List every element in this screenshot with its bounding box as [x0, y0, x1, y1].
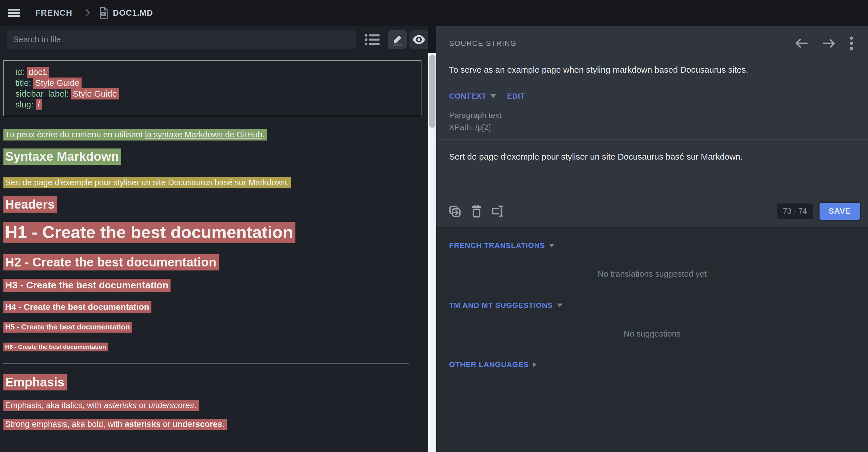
- document-content: id: doc1 title: Style Guide sidebar_labe…: [0, 53, 428, 430]
- strong-paragraph: Strong emphasis, aka bold, with asterisk…: [3, 418, 423, 430]
- translatable-string[interactable]: /: [36, 99, 42, 110]
- emphasis-paragraph: Emphasis, aka italics, with asterisks or…: [3, 399, 423, 411]
- card-divider: [436, 139, 868, 140]
- translation-input[interactable]: Sert de page d'exemple pour styliser un …: [449, 152, 855, 162]
- document-scrollbar[interactable]: [428, 53, 436, 452]
- frontmatter-line: title: Style Guide: [16, 77, 409, 88]
- heading-headers: Headers: [3, 197, 423, 212]
- breadcrumb-project[interactable]: FRENCH: [35, 8, 72, 18]
- search-row: [0, 26, 428, 53]
- frontmatter-line: slug: /: [16, 99, 409, 110]
- translatable-string[interactable]: Emphasis: [3, 374, 67, 390]
- markdown-file-icon: M↓: [99, 7, 108, 19]
- frontmatter-line: sidebar_label: Style Guide: [16, 88, 409, 99]
- translatable-string[interactable]: H3 - Create the best documentation: [3, 279, 170, 292]
- source-string-card: SOURCE STRING To: [436, 26, 868, 228]
- copy-source-icon[interactable]: [448, 205, 461, 218]
- heading-h5: H5 - Create the best documentation: [3, 323, 423, 331]
- heading-h1: H1 - Create the best documentation: [3, 222, 423, 242]
- heading-h2: H2 - Create the best documentation: [3, 255, 423, 269]
- heading-emphasis: Emphasis: [3, 375, 423, 389]
- kebab-menu-icon[interactable]: [850, 36, 853, 50]
- next-string-icon[interactable]: [823, 38, 836, 49]
- translatable-string[interactable]: Style Guide: [71, 88, 119, 99]
- edit-context-button[interactable]: EDIT: [507, 92, 525, 101]
- scrollbar-thumb[interactable]: [429, 55, 435, 128]
- insert-cursor-icon[interactable]: [492, 205, 505, 218]
- expand-triangle-icon: [533, 362, 536, 368]
- horizontal-rule: [3, 363, 409, 364]
- translations-empty-state: No translations suggested yet: [436, 269, 868, 279]
- topbar: FRENCH M↓ DOC1.MD: [0, 0, 868, 26]
- heading-h3: H3 - Create the best documentation: [3, 280, 423, 291]
- heading-h6: H6 - Create the best documentation: [3, 344, 423, 350]
- markdown-syntax-link[interactable]: la syntaxe Markdown de GitHub: [145, 130, 262, 139]
- context-type: Paragraph text: [449, 111, 855, 120]
- frontmatter-box: id: doc1 title: Style Guide sidebar_labe…: [3, 60, 422, 116]
- collapse-triangle-icon: [549, 244, 555, 247]
- translatable-string-selected[interactable]: Sert de page d'exemple pour styliser un …: [3, 177, 291, 188]
- context-toggle[interactable]: CONTEXT: [449, 92, 487, 101]
- translatable-string[interactable]: Emphasis, aka italics, with asterisks or…: [3, 400, 199, 411]
- translatable-string[interactable]: Strong emphasis, aka bold, with asterisk…: [3, 419, 227, 430]
- heading-h4: H4 - Create the best documentation: [3, 302, 423, 312]
- section-other-languages[interactable]: OTHER LANGUAGES: [436, 360, 868, 369]
- collapse-triangle-icon: [557, 303, 563, 307]
- selected-paragraph: Sert de page d'exemple pour styliser un …: [3, 177, 423, 188]
- translatable-string[interactable]: Syntaxe Markdown: [3, 149, 121, 165]
- prev-string-icon[interactable]: [795, 38, 808, 49]
- svg-text:M↓: M↓: [102, 12, 106, 16]
- char-count-badge: 73 · 74: [777, 203, 813, 219]
- string-list-view-button[interactable]: [363, 30, 382, 49]
- translation-toolbar: 73 · 74 SAVE: [436, 198, 868, 227]
- source-string-label: SOURCE STRING: [449, 39, 517, 48]
- heading-markdown-syntax: Syntaxe Markdown: [3, 149, 423, 164]
- save-button[interactable]: SAVE: [818, 201, 861, 221]
- translatable-string[interactable]: H5 - Create the best documentation: [3, 322, 132, 332]
- translatable-string[interactable]: H1 - Create the best documentation: [3, 222, 296, 243]
- breadcrumb-chevron-icon: [83, 9, 90, 16]
- document-panel: id: doc1 title: Style Guide sidebar_labe…: [0, 26, 428, 452]
- preview-mode-button[interactable]: [409, 30, 428, 49]
- hamburger-menu-icon[interactable]: [8, 9, 20, 17]
- breadcrumb-file[interactable]: DOC1.MD: [113, 8, 153, 18]
- collapse-triangle-icon: [491, 94, 496, 98]
- section-tm-mt-suggestions[interactable]: TM AND MT SUGGESTIONS: [436, 301, 868, 310]
- suggestions-empty-state: No suggestions: [436, 329, 868, 338]
- translatable-string[interactable]: Style Guide: [33, 77, 82, 89]
- translation-panel: SOURCE STRING To: [436, 26, 868, 452]
- delete-translation-icon[interactable]: [471, 205, 482, 218]
- translatable-string[interactable]: doc1: [27, 67, 49, 78]
- translatable-string[interactable]: H2 - Create the best documentation: [3, 254, 219, 270]
- section-french-translations[interactable]: FRENCH TRANSLATIONS: [436, 241, 868, 250]
- context-xpath: XPath: /p[2]: [449, 123, 855, 132]
- edit-mode-button[interactable]: [388, 30, 407, 49]
- source-text: To serve as an example page when styling…: [449, 65, 855, 75]
- intro-paragraph: Tu peux écrire du contenu en utilisant l…: [3, 129, 423, 140]
- frontmatter-line: id: doc1: [16, 67, 409, 77]
- search-input[interactable]: [7, 30, 356, 49]
- translatable-string[interactable]: H4 - Create the best documentation: [3, 301, 151, 313]
- translatable-string[interactable]: H6 - Create the best documentation: [3, 343, 108, 351]
- translatable-string[interactable]: Headers: [3, 196, 57, 213]
- translatable-string[interactable]: Tu peux écrire du contenu en utilisant l…: [3, 129, 267, 140]
